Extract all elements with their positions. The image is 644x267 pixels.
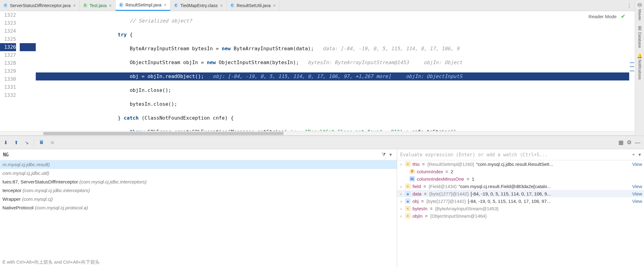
object-icon: ≡ — [405, 213, 411, 219]
chevron-down-icon[interactable]: ▾ — [388, 152, 394, 158]
tab-resultsetutil[interactable]: C ResultSetUtil.java × — [227, 0, 280, 11]
chevron-down-icon[interactable]: ▾ — [638, 152, 641, 158]
variable-row[interactable]: 01 columnIndexMinusOne= 1 — [397, 175, 644, 183]
line-gutter: 1322 1323 1324 1325 1326 1327 1328 1329 … — [0, 11, 20, 131]
view-link[interactable]: View — [630, 162, 642, 167]
frames-list[interactable]: m.mysql.cj.jdbc.result) com.mysql.cj.jdb… — [0, 160, 397, 257]
funnel-icon[interactable]: ⧩ — [380, 152, 388, 158]
java-class-icon: C — [119, 2, 124, 7]
array-icon: ⎄ — [405, 191, 411, 196]
reader-mode-label[interactable]: Reader Mode — [589, 14, 617, 19]
maven-icon: ⓜ — [638, 2, 642, 8]
editor-minimap[interactable] — [629, 22, 635, 127]
java-class-icon: C — [174, 3, 178, 8]
java-class-icon: C — [83, 3, 88, 8]
tab-label: Test.java — [90, 3, 107, 8]
tab-serverstatus[interactable]: C ServerStatusDiffInterceptor.java × — [0, 0, 80, 11]
primitive-icon: P — [409, 169, 415, 174]
bell-icon: 🔔 — [637, 53, 642, 58]
debug-toolbar: ⬇ ⬆ ↘ 🖩 ≋ ▦ ⚙ — — [0, 136, 644, 149]
editor-tab-bar: C ServerStatusDiffInterceptor.java × C T… — [0, 0, 635, 11]
view-link[interactable]: View — [630, 191, 642, 196]
expand-arrow-icon[interactable]: › — [399, 213, 403, 219]
close-icon[interactable]: × — [219, 3, 223, 8]
close-icon[interactable]: × — [72, 3, 76, 8]
minimize-icon[interactable]: — — [635, 139, 640, 146]
database-tool-button[interactable]: 🗄 Database — [638, 26, 642, 48]
tab-resultsetimpl[interactable]: C ResultSetImpl.java × — [116, 0, 170, 11]
inspection-ok-icon[interactable]: ✔ — [621, 13, 626, 20]
tab-tiedmapentry[interactable]: C TiedMapEntry.class × — [170, 0, 227, 11]
tab-label: TiedMapEntry.class — [180, 3, 218, 8]
tab-test[interactable]: C Test.java × — [80, 0, 116, 11]
evaluate-icon[interactable]: 🖩 — [37, 138, 46, 147]
frame-row[interactable]: terceptor (com.mysql.cj.jdbc.interceptor… — [0, 186, 397, 195]
frame-row[interactable]: m.mysql.cj.jdbc.result) — [0, 160, 397, 169]
close-icon[interactable]: × — [109, 3, 112, 8]
frames-panel: ⧩ ▾ m.mysql.cj.jdbc.result) com.mysql.cj… — [0, 149, 397, 267]
add-watch-icon[interactable]: ＋ — [631, 151, 636, 158]
variable-row[interactable]: P columnIndex= 2 — [397, 168, 644, 175]
maven-tool-button[interactable]: ⓜ Maven — [638, 2, 642, 20]
execution-point-line: obj = objIn.readObject(); obj: [-84, -19… — [36, 72, 635, 80]
tab-overflow-button[interactable]: ⋮ — [624, 2, 635, 9]
fold-gutter[interactable] — [20, 11, 36, 131]
java-class-icon: C — [230, 3, 235, 8]
gear-icon[interactable]: ⚙ — [627, 139, 632, 146]
layout-icon[interactable]: ▦ — [618, 139, 624, 146]
run-to-cursor-icon[interactable]: ↘ — [22, 138, 31, 147]
object-icon: ≡ — [405, 161, 411, 167]
array-icon: ⎄ — [405, 198, 411, 204]
view-link[interactable]: View — [630, 184, 642, 189]
frame-row[interactable]: com.mysql.cj.jdbc.util) — [0, 169, 397, 178]
variable-row[interactable]: › ⎄ obj= {byte[1277]@1442} [-84, -19, 0,… — [397, 197, 644, 205]
scrollbar-thumb[interactable] — [43, 132, 284, 135]
notifications-tool-button[interactable]: 🔔 Notifications — [637, 53, 642, 80]
close-icon[interactable]: × — [163, 2, 167, 7]
object-icon: ≡ — [405, 183, 411, 189]
variable-row[interactable]: › ≡ this= {ResultSetImpl@1260} "com.mysq… — [397, 160, 644, 168]
frame-row[interactable]: Wrapper (com.mysql.cj) — [0, 195, 397, 203]
code-body[interactable]: // Serialized object? try { ByteArrayInp… — [36, 11, 635, 131]
database-icon: 🗄 — [638, 26, 642, 31]
expand-arrow-icon[interactable]: › — [399, 206, 403, 211]
java-class-icon: C — [3, 3, 8, 8]
variable-row[interactable]: › ≡ objIn= {ObjectInputStream@1464} — [397, 212, 644, 220]
view-link[interactable]: View — [630, 199, 642, 204]
step-out-up-icon[interactable]: ⬆ — [12, 138, 20, 147]
right-tool-strip: ⓜ Maven 🗄 Database 🔔 Notifications — [635, 0, 644, 136]
tab-label: ResultSetImpl.java — [125, 2, 162, 7]
step-over-down-icon[interactable]: ⬇ — [1, 138, 10, 147]
close-icon[interactable]: × — [273, 3, 276, 8]
frame-row[interactable]: lues:87, ServerStatusDiffInterceptor (co… — [0, 178, 397, 186]
number-icon: 01 — [409, 176, 415, 182]
evaluate-expression-input[interactable]: Evaluate expression (Enter) or add a wat… — [400, 152, 629, 158]
frame-row[interactable]: NativeProtocol (com.mysql.cj.protocol.a) — [0, 203, 397, 212]
tab-label: ResultSetUtil.java — [237, 3, 271, 8]
expand-arrow-icon[interactable]: › — [399, 162, 403, 167]
variable-row[interactable]: › ≡ bytesIn= {ByteArrayInputStream@1453} — [397, 205, 644, 212]
object-icon: ≡ — [405, 206, 411, 211]
tab-label: ServerStatusDiffInterceptor.java — [10, 3, 71, 8]
code-editor[interactable]: 1322 1323 1324 1325 1326 1327 1328 1329 … — [0, 11, 635, 131]
expand-arrow-icon[interactable]: › — [399, 184, 403, 189]
expand-arrow-icon[interactable]: › — [399, 191, 403, 196]
variables-panel: Evaluate expression (Enter) or add a wat… — [397, 149, 644, 267]
frames-nav-hint: E with Ctrl+Alt+向上箭头 and Ctrl+Alt+向下箭头 — [0, 257, 397, 267]
variables-list[interactable]: › ≡ this= {ResultSetImpl@1260} "com.mysq… — [397, 160, 644, 267]
frames-filter-input[interactable] — [3, 152, 380, 158]
variable-row[interactable]: › ≡ field= {Field@1434} "com.mysql.cj.re… — [397, 183, 644, 190]
trace-icon[interactable]: ≋ — [48, 138, 56, 147]
editor-h-scrollbar[interactable] — [0, 131, 635, 135]
expand-arrow-icon[interactable]: › — [399, 199, 403, 204]
variable-row[interactable]: › ⎄ data= {byte[1277]@1442} [-84, -19, 0… — [397, 190, 644, 197]
